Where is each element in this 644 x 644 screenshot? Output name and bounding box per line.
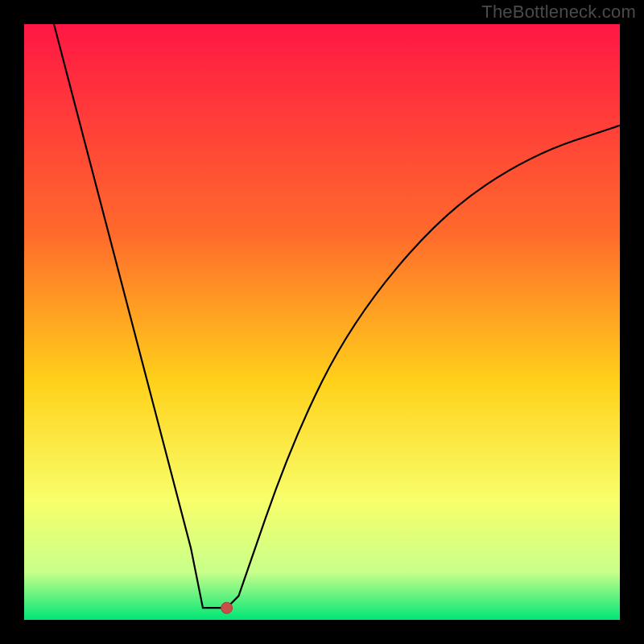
bottleneck-chart	[0, 0, 644, 644]
chart-frame: TheBottleneck.com	[0, 0, 644, 644]
optimal-point-marker	[221, 602, 233, 613]
gradient-background	[24, 24, 620, 620]
watermark-text: TheBottleneck.com	[481, 2, 636, 23]
